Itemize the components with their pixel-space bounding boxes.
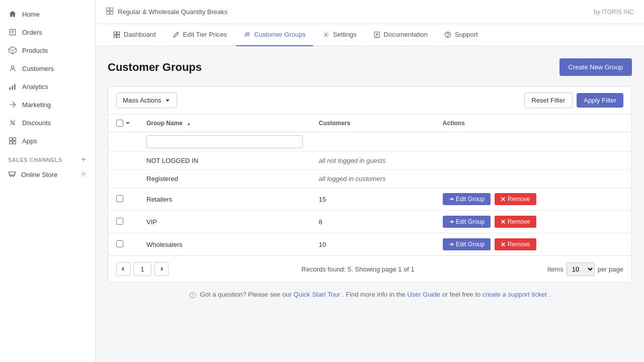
dashboard-tab-icon xyxy=(113,31,121,39)
remove-label: Remove xyxy=(508,196,530,203)
svg-point-30 xyxy=(248,32,249,34)
group-name-filter-input[interactable] xyxy=(146,135,303,148)
tab-settings[interactable]: Settings xyxy=(315,24,364,46)
arrow-right-icon xyxy=(449,219,454,224)
close-icon xyxy=(501,242,506,247)
row-group-name: NOT LOGGED IN xyxy=(138,152,311,170)
tab-support[interactable]: Support xyxy=(437,24,485,46)
sidebar-nav: Home Orders Products Customers Analytics xyxy=(0,0,95,362)
tab-label: Documentation xyxy=(384,31,428,38)
svg-rect-8 xyxy=(10,87,11,90)
svg-rect-28 xyxy=(117,35,120,37)
marketing-icon xyxy=(8,100,17,109)
support-tab-icon xyxy=(444,31,452,39)
arrow-right-icon xyxy=(449,242,454,247)
svg-point-31 xyxy=(325,34,327,35)
tab-dashboard[interactable]: Dashboard xyxy=(106,24,163,46)
support-ticket-link[interactable]: create a support ticket xyxy=(482,291,547,298)
tab-edit-tier-prices[interactable]: Edit Tier Prices xyxy=(165,24,234,46)
prev-page-button[interactable] xyxy=(116,262,130,276)
orders-icon xyxy=(8,28,17,37)
reset-filter-button[interactable]: Reset Filter xyxy=(524,93,573,108)
edit-label: Edit Group xyxy=(456,241,485,248)
tab-customer-groups[interactable]: Customer Groups xyxy=(236,24,313,46)
sidebar-item-label: Analytics xyxy=(22,83,48,90)
home-icon xyxy=(8,10,17,19)
remove-label: Remove xyxy=(508,218,530,225)
svg-rect-23 xyxy=(107,12,110,15)
filter-actions-cell xyxy=(435,132,631,152)
online-store-icon xyxy=(8,170,16,179)
svg-rect-16 xyxy=(10,141,13,144)
settings-tab-icon xyxy=(322,31,330,39)
sidebar-item-products[interactable]: Products xyxy=(0,41,95,59)
row-actions xyxy=(435,170,631,188)
row-checkbox[interactable] xyxy=(116,195,123,202)
svg-rect-10 xyxy=(14,84,15,89)
mass-actions-button[interactable]: Mass Actions xyxy=(116,93,177,108)
sidebar-item-online-store[interactable]: Online Store xyxy=(0,166,95,184)
apply-filter-button[interactable]: Apply Filter xyxy=(577,93,623,108)
edit-label: Edit Group xyxy=(456,196,485,203)
pagination-bar: 1 Records found: 5. Showing page 1 of 1 … xyxy=(108,255,631,282)
sidebar-item-orders[interactable]: Orders xyxy=(0,23,95,41)
tab-label: Dashboard xyxy=(124,31,156,38)
edit-group-button[interactable]: Edit Group xyxy=(443,216,491,228)
page-content: Customer Groups Create New Group Mass Ac… xyxy=(96,46,644,362)
app-title-bar: Regular & Wholesale Quantity Breaks xyxy=(106,7,227,17)
row-checkbox-cell xyxy=(108,233,138,256)
footer: Got a question? Please see our Quick Sta… xyxy=(108,283,632,307)
table-row: Wholesalers 10 Edit Group Remove xyxy=(108,233,631,256)
svg-rect-25 xyxy=(114,32,116,34)
svg-point-7 xyxy=(12,66,14,68)
remove-group-button[interactable]: Remove xyxy=(495,238,536,250)
online-store-settings-icon[interactable] xyxy=(80,170,87,179)
items-label: Items xyxy=(547,265,564,273)
table-toolbar: Mass Actions Reset Filter Apply Filter xyxy=(108,86,631,115)
edit-group-button[interactable]: Edit Group xyxy=(443,193,491,205)
sidebar-item-discounts[interactable]: Discounts xyxy=(0,114,95,132)
row-group-name: Registered xyxy=(138,170,311,188)
sort-icon[interactable]: ▲ xyxy=(186,121,191,126)
sidebar-item-analytics[interactable]: Analytics xyxy=(0,77,95,96)
svg-rect-24 xyxy=(110,12,113,15)
remove-group-button[interactable]: Remove xyxy=(495,216,536,228)
chevron-right-icon xyxy=(159,266,164,272)
sidebar-item-customers[interactable]: Customers xyxy=(0,59,95,77)
close-icon xyxy=(501,197,506,202)
user-guide-link[interactable]: User Guide xyxy=(407,291,440,298)
close-icon xyxy=(501,219,506,224)
sidebar-item-apps[interactable]: Apps xyxy=(0,132,95,150)
actions-header: Actions xyxy=(435,115,631,132)
sales-channels-header: SALES CHANNELS xyxy=(0,150,95,166)
table-row: Retailers 15 Edit Group Remove xyxy=(108,188,631,211)
tabs-bar: Dashboard Edit Tier Prices Customer Grou… xyxy=(96,24,644,46)
next-page-button[interactable] xyxy=(154,262,169,276)
select-all-checkbox[interactable] xyxy=(116,120,123,127)
mass-actions-label: Mass Actions xyxy=(123,97,162,104)
current-page: 1 xyxy=(133,262,151,276)
row-customers: all logged in customers xyxy=(311,170,435,188)
edit-group-button[interactable]: Edit Group xyxy=(443,238,491,250)
page-title: Customer Groups xyxy=(108,61,202,74)
sidebar-item-home[interactable]: Home xyxy=(0,5,95,23)
svg-rect-22 xyxy=(110,8,113,11)
select-all-header xyxy=(108,115,138,132)
select-all-dropdown-icon[interactable] xyxy=(125,121,130,126)
remove-group-button[interactable]: Remove xyxy=(495,193,536,205)
add-sales-channel-icon[interactable] xyxy=(80,156,87,164)
row-checkbox[interactable] xyxy=(116,218,123,225)
sidebar-item-label: Marketing xyxy=(22,101,51,109)
sidebar-item-marketing[interactable]: Marketing xyxy=(0,96,95,114)
tab-label: Edit Tier Prices xyxy=(183,31,227,38)
sidebar-item-label: Apps xyxy=(22,137,37,145)
sidebar-item-label: Orders xyxy=(22,29,42,36)
row-checkbox[interactable] xyxy=(116,240,123,247)
svg-point-20 xyxy=(83,173,85,175)
customer-groups-tab-icon xyxy=(243,31,251,39)
per-page-select[interactable]: 10 25 50 100 xyxy=(567,262,595,276)
quick-start-tour-link[interactable]: Quick Start Tour xyxy=(293,291,340,298)
svg-rect-21 xyxy=(107,8,110,11)
create-new-group-button[interactable]: Create New Group xyxy=(559,58,632,76)
tab-documentation[interactable]: Documentation xyxy=(366,24,435,46)
